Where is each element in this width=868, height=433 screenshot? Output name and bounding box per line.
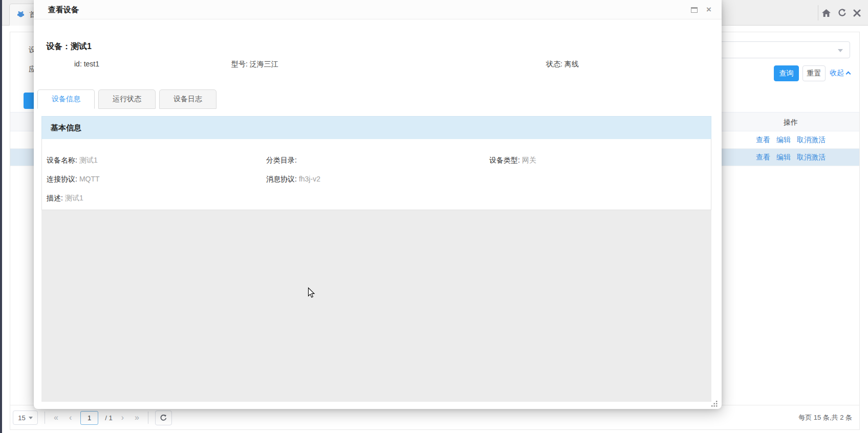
tab-device-info[interactable]: 设备信息 — [37, 89, 95, 109]
pagination-summary: 每页 15 条,共 2 条 — [798, 405, 852, 430]
tab-device-log[interactable]: 设备日志 — [159, 89, 216, 109]
field-description: 描述:测试1 — [47, 194, 83, 203]
view-link[interactable]: 查看 — [756, 153, 770, 162]
view-device-modal: 查看设备 × 设备：测试1 id: test1 型号: 泛海三江 状态: 离线 … — [34, 0, 722, 409]
page-number-input[interactable] — [80, 411, 98, 425]
field-connect-protocol: 连接协议:MQTT — [47, 175, 100, 184]
topbar-divider — [818, 5, 818, 20]
collapse-link[interactable]: 收起 — [830, 69, 850, 78]
app-root: 首页 设 应 — [0, 0, 868, 433]
pager-divider — [148, 412, 148, 424]
collapse-label: 收起 — [830, 69, 844, 78]
device-title: 设备：测试1 — [46, 41, 92, 52]
field-label: 设备类型: — [489, 156, 520, 164]
basic-info-section-title: 基本信息 — [41, 116, 711, 139]
window-controls — [821, 0, 861, 26]
device-model-value: 泛海三江 — [250, 60, 278, 68]
field-value: 测试1 — [79, 156, 98, 164]
last-page-button[interactable]: » — [133, 413, 141, 422]
resize-handle[interactable] — [711, 400, 718, 406]
total-pages-label: / 1 — [105, 414, 112, 422]
field-label: 分类目录: — [266, 156, 297, 164]
chevron-down-icon — [838, 49, 843, 52]
modal-header: 查看设备 × — [34, 0, 722, 19]
app-icon — [17, 10, 25, 19]
deactivate-link[interactable]: 取消激活 — [797, 153, 826, 162]
chevron-down-icon — [29, 417, 33, 419]
refresh-table-button[interactable] — [155, 411, 172, 425]
device-model-label: 型号: — [231, 60, 248, 68]
edit-link[interactable]: 编辑 — [776, 135, 791, 145]
device-status-label: 状态: — [546, 60, 562, 68]
maximize-icon[interactable] — [691, 7, 698, 13]
field-device-type: 设备类型:网关 — [489, 156, 536, 165]
close-icon[interactable]: × — [704, 5, 714, 15]
first-page-button[interactable]: « — [52, 413, 60, 422]
refresh-icon[interactable] — [837, 8, 847, 17]
modal-title: 查看设备 — [48, 0, 79, 19]
chevron-up-icon — [846, 72, 851, 77]
field-label: 设备名称: — [47, 156, 77, 164]
pager-divider — [45, 412, 45, 424]
device-id-label: id: — [74, 60, 82, 68]
field-category: 分类目录: — [266, 156, 299, 165]
device-model: 型号: 泛海三江 — [231, 60, 278, 69]
pager-controls: 15 « ‹ / 1 › » — [13, 405, 172, 430]
tab-running-status[interactable]: 运行状态 — [98, 89, 156, 109]
device-id-value: test1 — [84, 60, 99, 68]
home-icon[interactable] — [821, 9, 831, 17]
basic-info-fields: 设备名称:测试1 分类目录: 设备类型:网关 连接协议:MQTT 消息协议:fh… — [41, 139, 711, 210]
field-value: MQTT — [79, 175, 100, 183]
info-row: 设备名称:测试1 分类目录: 设备类型:网关 — [42, 156, 711, 166]
info-row: 描述:测试1 — [42, 194, 711, 204]
field-value: 测试1 — [65, 194, 83, 202]
field-label: 连接协议: — [47, 175, 77, 183]
field-message-protocol: 消息协议:fh3j-v2 — [266, 175, 320, 184]
field-device-name: 设备名称:测试1 — [47, 156, 98, 165]
field-label: 消息协议: — [266, 175, 297, 183]
prev-page-button[interactable]: ‹ — [67, 413, 74, 422]
device-info-panel: 基本信息 设备名称:测试1 分类目录: 设备类型:网关 连接协议:MQTT — [41, 116, 711, 402]
page-size-value: 15 — [18, 414, 25, 422]
field-label: 描述: — [47, 194, 63, 202]
query-button[interactable]: 查询 — [774, 65, 799, 81]
modal-tabs: 设备信息 运行状态 设备日志 — [37, 89, 216, 109]
next-page-button[interactable]: › — [119, 413, 126, 422]
close-icon[interactable] — [853, 9, 861, 17]
reset-button[interactable]: 重置 — [802, 65, 826, 81]
edit-link[interactable]: 编辑 — [776, 153, 791, 162]
deactivate-link[interactable]: 取消激活 — [797, 135, 826, 145]
refresh-icon — [160, 414, 167, 422]
field-value: 网关 — [522, 156, 536, 164]
field-value: fh3j-v2 — [299, 175, 320, 183]
page-size-dropdown[interactable]: 15 — [13, 411, 38, 425]
row-actions: 查看 编辑 取消激活 — [722, 149, 859, 166]
view-link[interactable]: 查看 — [756, 135, 770, 145]
device-status-value: 离线 — [565, 60, 579, 68]
info-row: 连接协议:MQTT 消息协议:fh3j-v2 — [42, 175, 711, 185]
device-status: 状态: 离线 — [546, 60, 579, 69]
operation-column-header: 操作 — [722, 112, 859, 132]
row-actions: 查看 编辑 取消激活 — [722, 131, 859, 149]
collapsed-sidebar — [0, 0, 2, 433]
device-id: id: test1 — [74, 60, 99, 68]
